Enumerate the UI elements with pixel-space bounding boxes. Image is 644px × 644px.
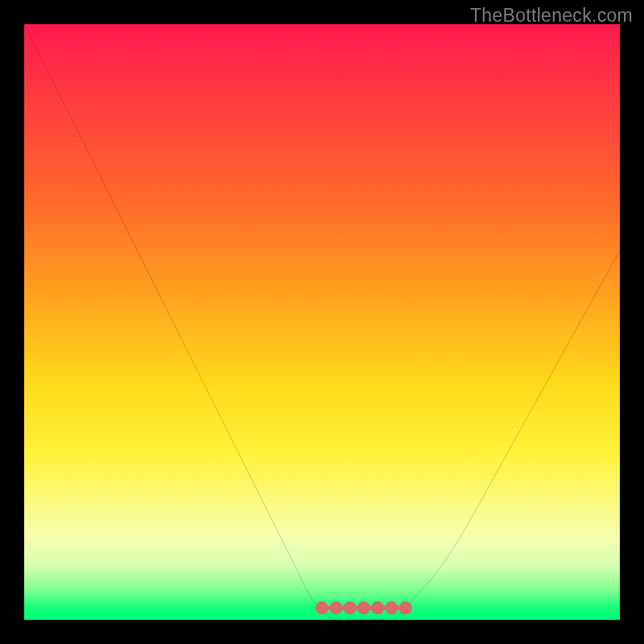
- optimal-range-marker: [357, 601, 370, 614]
- optimal-range-marker: [398, 601, 411, 614]
- chart-stage: TheBottleneck.com: [0, 0, 644, 644]
- watermark-text: TheBottleneck.com: [470, 5, 633, 27]
- optimal-range: [316, 601, 412, 614]
- optimal-range-marker: [385, 601, 398, 614]
- optimal-range-marker: [371, 601, 384, 614]
- optimal-range-marker: [316, 601, 328, 614]
- plot-area: [24, 24, 620, 620]
- optimal-range-marker: [329, 601, 342, 614]
- marker-layer: [24, 24, 620, 620]
- optimal-range-marker: [343, 601, 356, 614]
